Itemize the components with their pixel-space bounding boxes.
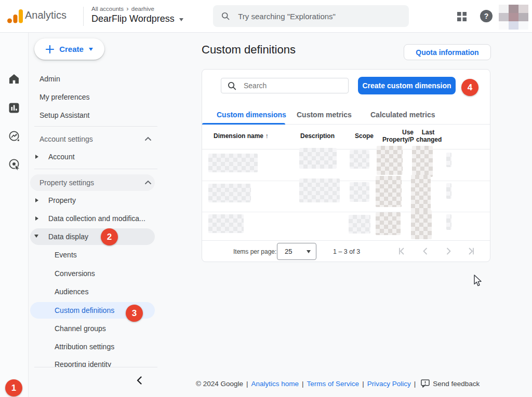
create-button-label: Create (59, 45, 84, 53)
chevron-down-icon (179, 18, 183, 21)
nav-item-account[interactable]: Account (48, 153, 75, 161)
nav-item-my-preferences[interactable]: My preferences (39, 93, 89, 101)
nav-item-setup-assistant[interactable]: Setup Assistant (39, 111, 90, 119)
search-icon (221, 11, 230, 21)
top-app-bar: Analytics All accounts › dearhive DearFl… (0, 0, 532, 33)
avatar-mosaic-tile (518, 21, 528, 30)
help-icon[interactable]: ? (480, 10, 493, 22)
table-header-divider (202, 149, 490, 149)
chevron-right-icon: › (126, 5, 128, 12)
active-tab-underline (202, 123, 285, 125)
avatar-mosaic-tile (518, 5, 528, 13)
avatar-mosaic-tile (499, 13, 509, 21)
step-badge-2: 2 (101, 228, 118, 245)
pagination-range: 1 – 3 of 3 (333, 248, 360, 255)
nav-item-custom-definitions[interactable]: Custom definitions (55, 306, 114, 314)
pagination-divider (202, 240, 490, 241)
items-per-page-value: 25 (285, 248, 292, 255)
avatar-mosaic-tile (509, 21, 518, 30)
analytics-logo-icon[interactable] (7, 9, 23, 23)
column-header-description[interactable]: Description (300, 132, 335, 140)
header-divider (83, 7, 84, 26)
tab-custom-metrics[interactable]: Custom metrics (297, 111, 352, 119)
quota-information-button[interactable]: Quota information (404, 44, 491, 60)
nav-item-events[interactable]: Events (55, 251, 77, 259)
page-title: Custom definitions (202, 43, 296, 57)
feedback-icon (421, 379, 430, 388)
footer: © 2024 Google | Analytics home | Terms o… (196, 379, 480, 388)
nav-divider (34, 126, 157, 127)
nav-item-conversions[interactable]: Conversions (55, 269, 95, 278)
nav-item-property[interactable]: Property (48, 196, 76, 204)
next-page-icon[interactable] (444, 247, 453, 256)
items-per-page-select[interactable]: 25 (277, 243, 316, 260)
create-button[interactable]: Create (34, 38, 104, 60)
tab-custom-dimensions[interactable]: Custom dimensions (217, 111, 286, 119)
expand-right-icon[interactable] (35, 198, 38, 202)
last-page-icon[interactable] (466, 247, 475, 256)
send-feedback-link[interactable]: Send feedback (433, 380, 480, 388)
sort-ascending-icon: ↑ (265, 132, 269, 140)
analytics-home-link[interactable]: Analytics home (251, 380, 299, 388)
nav-item-admin[interactable]: Admin (39, 75, 60, 83)
nav-item-reporting-identity[interactable]: Reporting identity (55, 360, 148, 367)
chevron-down-icon (307, 250, 311, 253)
step-badge-3: 3 (126, 305, 143, 322)
chevron-up-icon[interactable] (145, 180, 151, 184)
search-icon (228, 81, 236, 90)
nav-divider (34, 367, 157, 367)
nav-item-channel-groups[interactable]: Channel groups (55, 324, 106, 333)
first-page-icon[interactable] (397, 247, 407, 256)
collapse-nav-icon[interactable] (137, 376, 142, 385)
breadcrumb-account[interactable]: dearhive (131, 6, 154, 12)
nav-item-data-collection[interactable]: Data collection and modifica... (48, 214, 145, 223)
global-search-input[interactable] (237, 11, 401, 21)
column-header-last-changed[interactable]: Lastchanged (416, 129, 440, 143)
column-header-scope[interactable]: Scope (355, 132, 374, 140)
expand-right-icon[interactable] (35, 155, 38, 159)
terms-of-service-link[interactable]: Terms of Service (307, 380, 360, 388)
breadcrumb-all-accounts[interactable]: All accounts (91, 6, 124, 12)
step-badge-1: 1 (5, 379, 22, 396)
column-header-user-property[interactable]: UseProperty/P (382, 129, 414, 143)
nav-section-account-settings[interactable]: Account settings (39, 135, 93, 143)
explore-icon[interactable] (9, 131, 20, 142)
previous-page-icon[interactable] (421, 247, 430, 256)
nav-divider (34, 169, 157, 169)
property-switcher[interactable]: DearFlip Wordpress (91, 13, 183, 24)
copyright: © 2024 Google (196, 380, 243, 388)
expand-down-icon[interactable] (34, 235, 38, 238)
table-search[interactable] (221, 78, 349, 93)
reports-icon[interactable] (9, 103, 19, 113)
items-per-page-label: Items per page: (233, 248, 276, 255)
nav-item-attribution-settings[interactable]: Attribution settings (55, 343, 114, 351)
breadcrumb: All accounts › dearhive (91, 5, 154, 12)
left-rail: 1 (0, 32, 29, 397)
nav-item-audiences[interactable]: Audiences (55, 288, 88, 296)
table-search-input[interactable] (243, 81, 333, 90)
apps-grid-icon[interactable] (457, 11, 467, 22)
home-icon[interactable] (9, 74, 19, 84)
global-search[interactable] (213, 5, 409, 27)
property-name: DearFlip Wordpress (91, 13, 175, 24)
step-badge-4: 4 (461, 79, 478, 96)
tab-calculated-metrics[interactable]: Calculated metrics (370, 111, 435, 119)
privacy-policy-link[interactable]: Privacy Policy (367, 380, 411, 388)
expand-right-icon[interactable] (35, 216, 38, 221)
nav-section-property-settings[interactable]: Property settings (39, 179, 94, 187)
row-divider (202, 181, 490, 181)
column-header-dimension-name[interactable]: Dimension name ↑ (214, 132, 269, 140)
avatar-mosaic-tile (499, 5, 509, 13)
plus-icon (46, 45, 54, 53)
nav-item-data-display[interactable]: Data display (48, 232, 88, 241)
avatar-mosaic-tile (509, 13, 518, 21)
avatar[interactable] (499, 5, 528, 30)
create-custom-dimension-button[interactable]: Create custom dimension (358, 77, 456, 94)
custom-definitions-card: Create custom dimension Custom dimension… (202, 69, 490, 262)
app-root: Analytics All accounts › dearhive DearFl… (0, 0, 532, 397)
advertising-icon[interactable] (9, 159, 20, 170)
chevron-up-icon[interactable] (145, 136, 151, 141)
product-name: Analytics (25, 9, 66, 21)
avatar-mosaic-tile (518, 13, 528, 21)
chevron-down-icon (89, 48, 93, 51)
